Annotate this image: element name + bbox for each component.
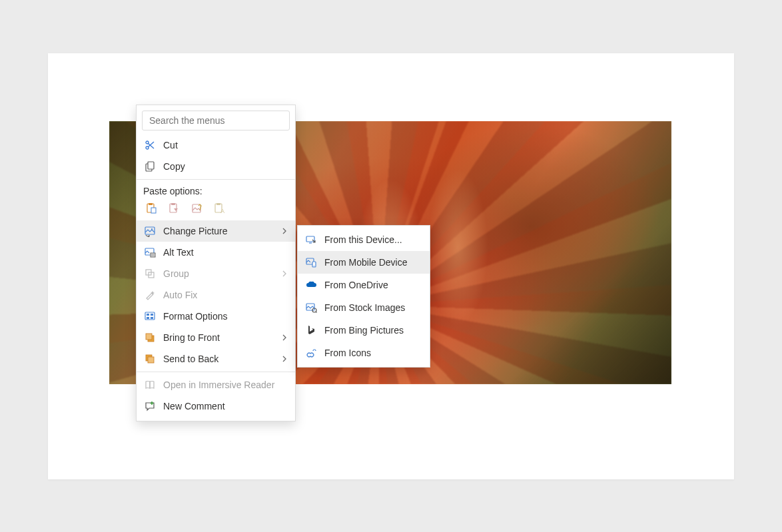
svg-rect-27 <box>151 317 153 319</box>
copy-menu-item[interactable]: Copy <box>137 156 295 177</box>
group-icon <box>143 267 157 280</box>
search-input[interactable] <box>142 111 290 131</box>
format-options-icon <box>143 310 157 323</box>
menu-label: From Mobile Device <box>324 257 423 268</box>
menu-label: Change Picture <box>163 226 280 236</box>
paste-options: A <box>143 200 288 216</box>
svg-rect-11 <box>193 204 200 212</box>
paste-section: Paste options: <box>137 182 295 216</box>
mobile-icon <box>304 256 318 269</box>
onedrive-icon <box>304 278 318 292</box>
change-picture-icon <box>143 224 157 238</box>
menu-label: From this Device... <box>324 234 423 245</box>
paste-keep-source-icon[interactable] <box>143 200 159 216</box>
menu-label: Auto Fix <box>163 290 288 300</box>
send-to-back-icon <box>143 352 157 366</box>
svg-rect-24 <box>147 314 149 316</box>
svg-rect-26 <box>147 317 149 319</box>
cut-menu-item[interactable]: Cut <box>137 134 295 156</box>
bring-to-front-menu-item[interactable]: Bring to Front <box>137 327 295 348</box>
svg-rect-29 <box>146 334 152 340</box>
svg-point-38 <box>314 265 314 266</box>
bring-to-front-icon <box>143 331 157 344</box>
paste-text-icon[interactable]: A <box>211 200 227 216</box>
menu-label: From OneDrive <box>324 280 423 290</box>
menu-label: From Bing Pictures <box>324 325 423 336</box>
svg-rect-13 <box>216 203 220 205</box>
svg-point-0 <box>146 146 149 149</box>
svg-line-41 <box>316 312 317 313</box>
stock-images-icon <box>304 301 318 314</box>
new-comment-menu-item[interactable]: New Comment <box>137 396 295 417</box>
svg-rect-5 <box>148 162 154 169</box>
send-to-back-menu-item[interactable]: Send to Back <box>137 348 295 370</box>
menu-label: Copy <box>163 161 288 172</box>
book-icon <box>143 378 157 392</box>
alt-text-icon <box>143 246 157 259</box>
paste-label: Paste options: <box>143 186 288 196</box>
from-mobile-menu-item[interactable]: From Mobile Device <box>298 251 430 274</box>
chevron-right-icon <box>280 334 288 342</box>
menu-label: From Icons <box>324 348 423 358</box>
menu-label: From Stock Images <box>324 302 423 313</box>
change-picture-menu-item[interactable]: Change Picture <box>137 220 295 242</box>
alt-text-menu-item[interactable]: Alt Text <box>137 242 295 263</box>
chevron-right-icon <box>280 270 288 278</box>
paste-picture-icon[interactable] <box>189 200 204 216</box>
auto-fix-icon <box>143 288 157 302</box>
change-picture-submenu: From this Device... From Mobile Device F… <box>297 225 430 368</box>
chevron-right-icon <box>280 227 288 235</box>
menu-label: Cut <box>163 140 288 150</box>
svg-rect-25 <box>151 314 153 316</box>
from-device-menu-item[interactable]: From this Device... <box>298 228 430 251</box>
chevron-right-icon <box>280 355 288 363</box>
menu-label: New Comment <box>163 401 288 411</box>
auto-fix-menu-item: Auto Fix <box>137 284 295 306</box>
immersive-reader-menu-item: Open in Immersive Reader <box>137 374 295 396</box>
scissors-icon <box>143 138 157 152</box>
from-icons-menu-item[interactable]: From Icons <box>298 342 430 364</box>
bing-icon <box>304 324 318 337</box>
menu-label: Group <box>163 268 280 279</box>
menu-label: Alt Text <box>163 247 288 258</box>
from-onedrive-menu-item[interactable]: From OneDrive <box>298 274 430 296</box>
context-menu: Cut Copy Paste options: <box>136 105 296 421</box>
svg-rect-18 <box>151 253 155 257</box>
document-canvas: Cut Copy Paste options: <box>48 53 734 479</box>
menu-divider <box>137 372 295 372</box>
svg-rect-8 <box>151 208 156 213</box>
copy-icon <box>143 160 157 173</box>
svg-rect-7 <box>149 203 153 205</box>
svg-rect-10 <box>171 203 175 205</box>
icons-icon <box>304 346 318 360</box>
svg-point-1 <box>146 141 149 144</box>
group-menu-item: Group <box>137 263 295 284</box>
comment-icon <box>143 399 157 413</box>
from-bing-menu-item[interactable]: From Bing Pictures <box>298 319 430 342</box>
svg-point-16 <box>151 228 153 230</box>
from-stock-menu-item[interactable]: From Stock Images <box>298 296 430 319</box>
format-options-menu-item[interactable]: Format Options <box>137 306 295 327</box>
menu-label: Send to Back <box>163 354 280 364</box>
menu-divider <box>137 179 295 180</box>
svg-text:A: A <box>220 208 224 214</box>
menu-label: Format Options <box>163 311 288 322</box>
device-icon <box>304 233 318 246</box>
paste-merge-icon[interactable] <box>166 200 182 216</box>
menu-label: Open in Immersive Reader <box>163 380 288 390</box>
svg-rect-31 <box>148 357 154 363</box>
menu-label: Bring to Front <box>163 332 280 343</box>
